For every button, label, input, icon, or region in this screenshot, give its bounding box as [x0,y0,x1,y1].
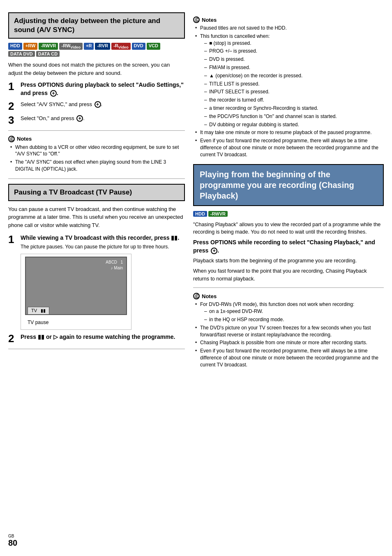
chasing-section-header: Playing from the beginning of the progra… [193,164,384,206]
page-number-area: GB 80 [8,534,17,548]
notes-icon-3: Ⓒ [193,293,200,299]
avsync-badge-row: HDD +RW -RWVR -RWVideo +R -RVR -RVideo D… [8,43,185,57]
tvpause-section-header: Pausing a TV Broadcast (TV Pause) [8,184,185,201]
page-gb-label: GB [8,534,17,538]
step-number-1: 1 [8,81,17,92]
note-subitem: DV dubbing or regular dubbing is started… [204,121,384,128]
notes-icon-2: Ⓒ [193,16,200,23]
right-column: Ⓒ Notes Paused titles are not saved to t… [193,12,384,544]
divider-1 [8,130,185,131]
badge-rvr: -RVR [95,43,110,50]
note-subitem: the recorder is turned off. [204,97,384,104]
chasing-badge-rwvr: -RWVR [208,211,228,217]
note-subitem: TITLE LIST is pressed. [204,81,384,88]
note-item: When dubbing to a VCR or other video rec… [10,144,185,158]
note-item: The DVD's picture on your TV screen free… [195,324,384,338]
note-item: For DVD-RWs (VR mode), this function doe… [195,301,384,323]
note-subitem: INPUT SELECT is pressed. [204,88,384,95]
tvpause-intro: You can pause a current TV broadcast, an… [8,205,185,229]
avsync-notes: Ⓒ Notes When dubbing to a VCR or other v… [8,136,185,173]
chasing-intro: "Chasing Playback" allows you to view th… [193,221,384,236]
tvpause-step-1: 1 While viewing a TV broadcast with this… [8,234,185,250]
avsync-step3-text: Select "On," and press . [21,115,85,121]
avsync-intro: When the sound does not match the pictur… [8,61,185,77]
note-item: Even if you fast forward the recorded pr… [195,348,384,368]
avsync-step-2: 2 Select "A/V SYNC," and press . [8,101,185,111]
note-subitem: a timer recording or Synchro-Recording i… [204,105,384,112]
badge-rw-plus: +RW [23,43,38,50]
badge-datadvd: DATA DVD [8,51,35,57]
note-subitem: DVD is pressed. [204,56,384,63]
avsync-title: Adjusting the delay between the picture … [14,16,179,35]
tv-caption: TV pause [28,320,48,325]
note-item: Chasing Playback is possible from one mi… [195,339,384,346]
avsync-notes-list: When dubbing to a VCR or other video rec… [8,144,185,173]
tv-pause-badge: TV ▮▮ [28,307,49,315]
badge-rvideo: -RVideo [111,43,130,50]
avsync-step-3: 3 Select "On," and press . [8,115,185,125]
tv-hud-line2: ♪ Main [106,265,123,271]
notes-label-3: Notes [202,293,217,299]
circle-plus-icon-chasing [211,248,217,254]
badge-hdd: HDD [8,43,22,50]
press-options-text: Press OPTIONS while recording to select … [193,239,384,255]
note-subitem: ▲ (open/close) on the recorder is presse… [204,72,384,79]
note-subitem: PROG +/– is pressed. [204,48,384,55]
badge-dvd: DVD [132,43,145,50]
tvpause-step-2: 2 Press ▮▮ or ▷ again to resume watching… [8,333,185,344]
step-number-3: 3 [8,115,17,125]
left-column: Adjusting the delay between the picture … [8,12,185,544]
badge-rwvr: -RWVR [39,43,58,50]
step-number-2: 2 [8,101,17,111]
tvpause-notes: Ⓒ Notes Paused titles are not saved to t… [193,16,384,158]
notes-label-1: Notes [17,136,32,142]
circle-plus-icon [50,90,57,97]
divider-4 [193,287,384,288]
step-number-tp2: 2 [8,333,17,344]
note-subitem: FM/AM is pressed. [204,64,384,71]
divider-3 [8,349,185,349]
page-number: 80 [8,538,17,548]
tvpause-step2-label: Press ▮▮ or ▷ again to resume watching t… [21,334,175,340]
badge-r-plus: +R [84,43,94,50]
tvpause-title: Pausing a TV Broadcast (TV Pause) [14,188,179,197]
badge-datacd: DATA CD [36,51,60,57]
tv-screen: ABCD 1 ♪ Main [25,257,127,315]
tvpause-step1-detail: The picture pauses. You can pause the pi… [21,243,179,250]
circle-plus-icon-2 [95,101,101,108]
divider-2 [8,178,185,179]
chasing-notes: Ⓒ Notes For DVD-RWs (VR mode), this func… [193,293,384,368]
notes-icon-1: Ⓒ [8,136,15,142]
tv-hud-line1: ABCD 1 [106,259,123,265]
avsync-step2-text: Select "A/V SYNC," and press . [21,101,102,107]
note-item: It may take one minute or more to resume… [195,129,384,136]
chasing-badge-hdd: HDD [193,211,207,217]
note-subitem: on a 1x-speed DVD-RW. [204,308,384,315]
notes-label-2: Notes [202,17,217,23]
note-item: The "A/V SYNC" does not effect when play… [10,159,185,173]
tvpause-notes-list: Paused titles are not saved to the HDD. … [193,25,384,158]
chasing-notes-list: For DVD-RWs (VR mode), this function doe… [193,301,384,368]
note-subitem: ■ (stop) is pressed. [204,40,384,47]
step-number-tp1: 1 [8,234,17,245]
chasing-title: Playing from the beginning of the progra… [200,169,377,201]
chasing-body1: Playback starts from the beginning of th… [193,257,384,265]
note-item: This function is cancelled when: ■ (stop… [195,33,384,128]
tvpause-step1-label: While viewing a TV broadcast with this r… [21,234,179,241]
note-item: Even if you fast forward the recorded pr… [195,137,384,158]
badge-vcd: VCD [147,43,160,50]
circle-plus-icon-3 [76,115,83,122]
tv-hud: ABCD 1 ♪ Main [106,259,123,271]
note-subitem: in the HQ or HSP recording mode. [204,316,384,323]
chasing-badge-row: HDD -RWVR [193,211,384,217]
note-item: Paused titles are not saved to the HDD. [195,25,384,32]
chasing-body2: When you fast forward to the point that … [193,267,384,283]
note-subitem: the PDC/VPS function is "On" and channel… [204,113,384,120]
tv-illustration: ABCD 1 ♪ Main TV ▮▮ TV pause [21,254,131,330]
avsync-step-1: 1 Press OPTIONS during playback to selec… [8,81,185,97]
badge-rwvideo: -RWVideo [59,43,83,50]
avsync-section-header: Adjusting the delay between the picture … [8,12,185,39]
avsync-step1-text: Press OPTIONS during playback to select … [21,81,184,96]
